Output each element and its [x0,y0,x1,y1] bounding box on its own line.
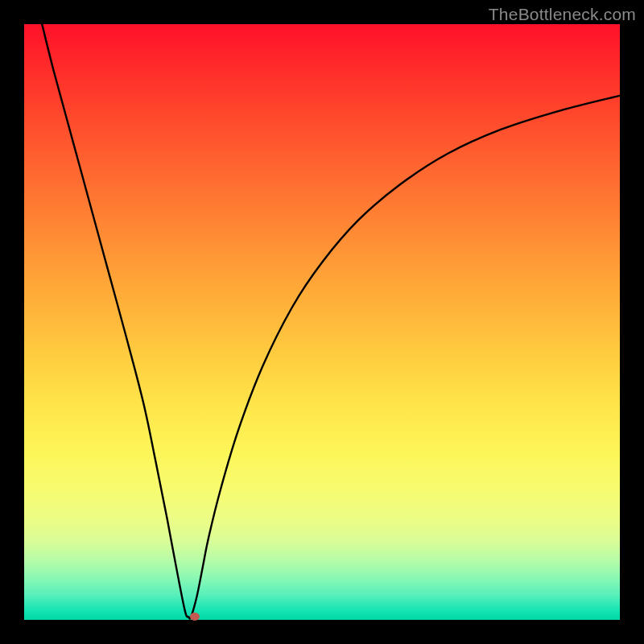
curve-svg [24,24,620,620]
bottleneck-curve [42,24,620,619]
watermark-text: TheBottleneck.com [489,5,636,24]
minimum-marker [190,613,200,621]
plot-area [24,24,620,620]
chart-frame: TheBottleneck.com [0,0,644,644]
